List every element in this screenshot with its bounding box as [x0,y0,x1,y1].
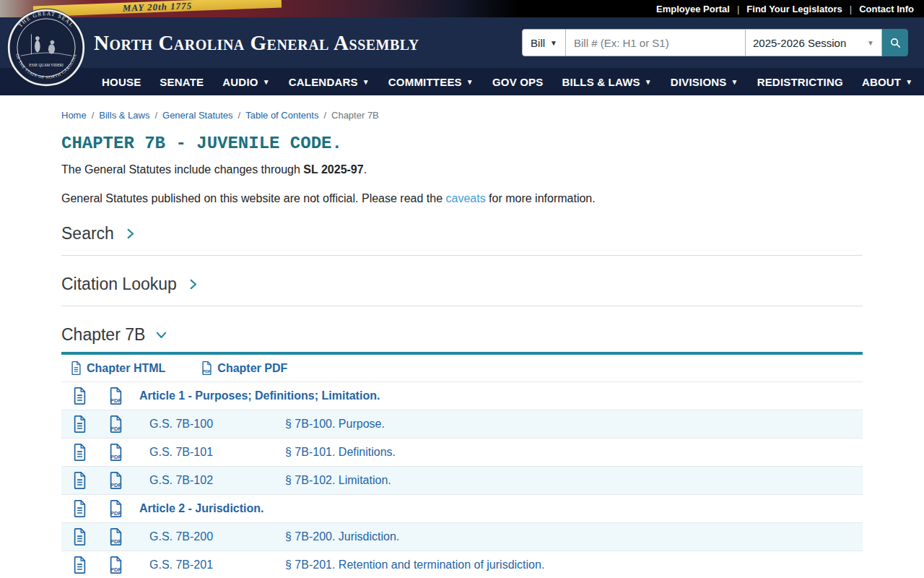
intro-text: The General Statutes include changes thr… [61,163,303,176]
html-file-icon[interactable] [73,472,87,489]
html-file-icon[interactable] [73,528,87,545]
html-file-icon[interactable] [73,444,87,461]
separator: | [737,4,739,14]
statute-title-link[interactable]: § 7B-102. Limitation. [285,474,391,486]
nav-item-label: REDISTRICTING [757,76,843,88]
chapter-html-link[interactable]: Chapter HTML [71,361,165,375]
topbar: MAY 20th 1775 Employee Portal|Find Your … [0,0,924,17]
breadcrumb-item-table-of-contents[interactable]: Table of Contents [245,110,318,121]
topbar-link-employee-portal[interactable]: Employee Portal [656,4,730,14]
nav-item-gov-ops[interactable]: GOV OPS [483,76,553,88]
html-file-icon[interactable] [73,387,87,405]
main-nav: HOUSESENATEAUDIO▼CALENDARS▼COMMITTEES▼GO… [0,68,924,95]
chapter-html-label: Chapter HTML [87,362,165,375]
nav-item-bills-laws[interactable]: BILLS & LAWS▼ [553,76,661,88]
nav-item-redistricting[interactable]: REDISTRICTING [748,76,853,88]
search-section-label: Search [61,224,114,243]
topbar-link-contact-info[interactable]: Contact Info [859,4,914,14]
breadcrumb: Home/Bills & Laws/General Statutes/Table… [61,110,863,121]
divider [61,255,863,256]
chevron-right-icon [124,228,136,240]
statute-citation-link[interactable]: G.S. 7B-100 [149,418,213,430]
article-link[interactable]: Article 2 - Jurisdiction. [139,502,263,514]
chapter-section-label: Chapter 7B [61,325,145,345]
pdf-file-icon[interactable] [109,556,123,574]
statute-title-link[interactable]: § 7B-101. Definitions. [285,446,396,458]
chapter-pdf-label: Chapter PDF [217,362,287,375]
breadcrumb-item-home[interactable]: Home [61,110,87,121]
breadcrumb-separator: / [92,110,95,121]
section-row: G.S. 7B-101§ 7B-101. Definitions. [61,439,863,467]
page: MAY 20th 1775 Employee Portal|Find Your … [0,0,924,578]
search-section-toggle[interactable]: Search [61,224,863,243]
breadcrumb-item-general-statutes[interactable]: General Statutes [162,110,233,121]
chapter-toc-table: Chapter HTML Chapter PDF Article 1 - Pur… [61,352,863,578]
citation-lookup-section: Citation Lookup [61,275,863,306]
nav-item-calendars[interactable]: CALENDARS▼ [279,76,379,88]
statute-title-link[interactable]: § 7B-201. Retention and termination of j… [285,558,544,571]
session-select[interactable]: 2025-2026 Session ▼ [746,29,882,56]
search-type-label: Bill [531,37,545,49]
session-select-value: 2025-2026 Session [753,37,846,49]
flag-ribbon-text: MAY 20th 1775 [123,0,193,14]
html-file-icon[interactable] [73,500,87,517]
nav-item-committees[interactable]: COMMITTEES▼ [379,76,483,88]
pdf-file-icon[interactable] [109,415,123,433]
intro-text-end: . [364,163,367,176]
pdf-file-icon[interactable] [109,444,123,461]
breadcrumb-item-chapter-7b: Chapter 7B [331,110,379,121]
site-title: North Carolina General Assembly [94,31,419,55]
statute-citation-link[interactable]: G.S. 7B-101 [149,446,213,458]
html-file-icon[interactable] [73,415,87,433]
topbar-links: Employee Portal|Find Your Legislators|Co… [656,0,914,17]
session-law-ref: SL 2025-97 [303,163,363,176]
article-link[interactable]: Article 1 - Purposes; Definitions; Limit… [139,389,380,402]
chapter-section-toggle[interactable]: Chapter 7B [61,325,863,345]
breadcrumb-item-bills-laws[interactable]: Bills & Laws [99,110,149,121]
topbar-link-find-your-legislators[interactable]: Find Your Legislators [746,4,842,14]
breadcrumb-separator: / [323,110,326,121]
search-button[interactable] [882,29,908,56]
caveats-link[interactable]: caveats [445,192,485,204]
disclaimer: General Statutes published on this websi… [61,192,863,205]
nav-item-house[interactable]: HOUSE [92,76,150,88]
html-file-icon [71,361,82,375]
bill-number-input[interactable] [566,29,746,56]
nav-item-label: ABOUT [862,76,901,88]
statute-title-link[interactable]: § 7B-100. Purpose. [285,418,385,430]
html-file-icon[interactable] [73,556,87,574]
search-type-dropdown[interactable]: Bill ▼ [522,29,566,56]
nav-item-divisions[interactable]: DIVISIONS▼ [661,76,748,88]
chevron-down-icon [155,329,167,341]
nav-item-senate[interactable]: SENATE [150,76,213,88]
pdf-file-icon[interactable] [109,500,123,517]
nav-item-label: COMMITTEES [388,76,462,88]
pdf-file-icon[interactable] [109,528,123,545]
caret-down-icon: ▼ [550,39,557,47]
nav-item-audio[interactable]: AUDIO▼ [213,76,279,88]
caret-down-icon: ▼ [362,78,370,86]
caret-down-icon: ▼ [645,78,652,86]
pdf-file-icon[interactable] [109,387,123,405]
statute-citation-link[interactable]: G.S. 7B-200 [149,530,213,543]
chapter-section: Chapter 7B Chapter HTML [61,325,863,578]
search-section: Search [61,224,863,256]
bill-search-group: Bill ▼ 2025-2026 Session ▼ [522,29,908,56]
caret-down-icon: ▼ [905,78,912,86]
statute-citation-link[interactable]: G.S. 7B-102 [149,474,213,486]
statute-title-link[interactable]: § 7B-200. Jurisdiction. [285,530,399,543]
pdf-file-icon[interactable] [109,472,123,489]
section-row: G.S. 7B-100§ 7B-100. Purpose. [61,410,863,439]
nav-item-label: HOUSE [102,76,141,88]
statute-citation-link[interactable]: G.S. 7B-201 [149,558,213,571]
chapter-pdf-link[interactable]: Chapter PDF [201,361,287,375]
disclaimer-text-end: for more information. [486,192,596,204]
citation-lookup-toggle[interactable]: Citation Lookup [61,275,863,294]
magnifier-icon [889,37,902,49]
pdf-file-icon [201,361,212,375]
statutes-intro: The General Statutes include changes thr… [61,163,863,176]
nav-item-label: BILLS & LAWS [562,76,640,88]
nav-item-about[interactable]: ABOUT▼ [853,76,922,88]
nav-item-label: AUDIO [222,76,258,88]
section-row: G.S. 7B-200§ 7B-200. Jurisdiction. [61,523,863,551]
